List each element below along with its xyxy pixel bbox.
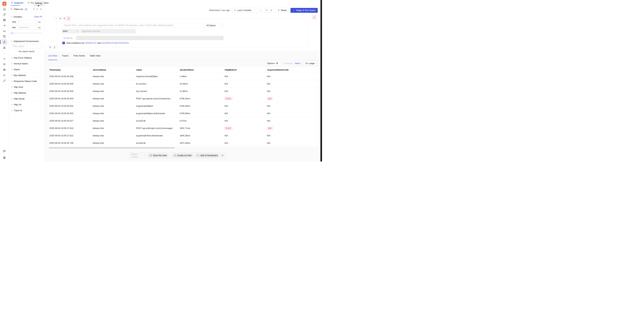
next-page-button[interactable]: Next› (295, 62, 301, 64)
rail-item-settings[interactable]: ⚙ (2, 155, 7, 160)
table-row[interactable]: 2025-09-04 23:05:29.527 inkeep-chat ai.t… (49, 117, 318, 125)
rail-item-integrations[interactable] (2, 45, 7, 50)
query-visibility-button[interactable] (58, 16, 62, 21)
filter-values-input[interactable] (11, 44, 42, 48)
time-range-select[interactable]: Last 2 months (232, 8, 262, 12)
rail-item-infrastructure[interactable] (2, 28, 7, 34)
duration-max-input[interactable] (17, 26, 37, 30)
duration-header[interactable]: Duration Clear All (11, 15, 42, 18)
cell-httpmethod: N/A (222, 75, 265, 78)
refresh-button[interactable] (264, 8, 269, 12)
horizontal-scrollbar[interactable] (49, 148, 175, 148)
previous-page-button[interactable]: ‹Previous (282, 62, 293, 64)
filter-item-rpc-method[interactable]: Rpc Method (8, 72, 44, 78)
filter-item-http-method[interactable]: Http Method (8, 90, 44, 96)
filters-query-chip[interactable]: A (24, 8, 28, 11)
table-row[interactable]: 2025-09-04 23:05:29.535 inkeep-chat tls.… (49, 80, 318, 88)
table-row[interactable]: 2025-09-04 23:05:34.296 inkeep-chat resp… (49, 73, 318, 80)
info-button[interactable] (221, 154, 224, 157)
column-header-responsestatuscode[interactable]: responseStatusCode (265, 67, 318, 73)
add-formula-button[interactable]: Σ (52, 45, 57, 50)
filter-item-http-route[interactable]: Http Route (8, 96, 44, 102)
stage-run-query-button[interactable]: Stage & Run Query (290, 8, 318, 13)
table-row[interactable]: 2025-09-04 23:05:29.532 inkeep-chat ai.g… (49, 110, 318, 117)
share-button[interactable]: Share (275, 8, 289, 12)
table-row[interactable]: 2025-09-04 23:05:25.745 inkeep-chat ai.t… (49, 140, 318, 147)
save-view-button[interactable]: Save this view (148, 154, 168, 158)
filter-item-response-status-code[interactable]: Response Status Code (8, 78, 44, 84)
rail-item-support[interactable] (2, 148, 7, 154)
table-row[interactable]: 2025-09-04 23:05:29.532 inkeep-chat ai.g… (49, 102, 318, 110)
filter-item-http-host[interactable]: Http Host (8, 84, 44, 90)
filter-item-trace-id[interactable]: Trace Id (8, 108, 44, 114)
chevron-down-icon (11, 40, 12, 42)
filter-item-name[interactable]: Name (8, 67, 44, 72)
rail-item-home[interactable] (2, 6, 7, 12)
span-scope-select[interactable]: All Spans (204, 23, 224, 28)
rail-item-messaging[interactable] (2, 23, 7, 28)
query-label-chip[interactable]: A (66, 16, 71, 21)
table-row[interactable]: 2025-09-04 23:05:27.624 inkeep-chat POST… (49, 125, 318, 132)
filters-refresh-button[interactable] (33, 8, 35, 10)
tab-explorer[interactable]: Explorer (11, 2, 24, 4)
rail-item-logs[interactable] (2, 34, 7, 39)
tab-table-view[interactable]: Table View (90, 51, 100, 60)
filters-collapse-button[interactable] (36, 8, 38, 10)
add-condition-button[interactable]: + (62, 42, 65, 44)
rail-item-exceptions[interactable] (2, 61, 7, 67)
query-duplicate-button[interactable] (62, 16, 67, 21)
aggregation-interval-link[interactable]: AGGREGATION INTERVAL (102, 42, 129, 44)
table-row[interactable]: 2025-09-04 23:05:29.535 inkeep-chat tcp.… (49, 88, 318, 95)
rail-item-api-monitoring[interactable] (2, 72, 7, 78)
rail-item-alerts[interactable] (2, 12, 7, 17)
duration-title: Duration (14, 16, 22, 18)
group-by-row: Group by (63, 36, 224, 40)
column-header-timestamp[interactable]: Timestamp (49, 67, 90, 73)
rail-item-pipelines[interactable] (2, 78, 7, 83)
rail-item-explore[interactable] (2, 67, 7, 72)
duration-slider[interactable] (11, 31, 42, 35)
tab-time-series[interactable]: Time Series (73, 51, 85, 60)
aggregate-operator-select[interactable]: NOOP (62, 29, 80, 34)
rail-item-more[interactable] (2, 50, 7, 56)
cell-timestamp: 2025-09-04 23:05:34.296 (49, 75, 90, 78)
rail-item-dashboards[interactable] (2, 17, 7, 23)
options-button[interactable]: Options ⚙ (265, 61, 280, 66)
sigma-icon: Σ (54, 46, 55, 49)
signoz-logo[interactable] (2, 2, 6, 6)
slider-handle[interactable] (11, 32, 13, 34)
slider-track (11, 33, 42, 34)
query-a-chip-right[interactable]: A (312, 15, 316, 20)
query-collapse-button[interactable] (54, 16, 58, 21)
page-size-select[interactable]: 10 / page (304, 61, 319, 66)
rail-item-metrics[interactable] (2, 56, 7, 61)
filters-settings-button[interactable] (40, 8, 42, 10)
deployment-environment-header[interactable]: Deployment Environment (11, 39, 42, 43)
column-header-servicename[interactable]: serviceName (90, 67, 134, 73)
column-header-httpmethod[interactable]: httpMethod (222, 67, 265, 73)
search-filter-input[interactable] (62, 23, 204, 28)
add-query-button[interactable] (48, 45, 52, 50)
filter-item-has-error[interactable]: Has Error (Status) (8, 55, 44, 61)
refresh-interval-button[interactable]: ▼ (269, 8, 274, 12)
aggregate-attribute-input[interactable]: Aggregate attribute (80, 29, 136, 34)
duration-min-input[interactable] (17, 20, 37, 24)
create-alert-button[interactable]: Create an Alert (172, 154, 193, 158)
group-by-select[interactable] (76, 36, 224, 40)
column-header-durationnano[interactable]: durationNano (177, 67, 222, 73)
table-row[interactable]: 2025-09-04 23:05:27.622 inkeep-chat ai.g… (49, 132, 318, 140)
chevron-right-icon (11, 104, 12, 105)
add-to-dashboard-button[interactable]: Add to Dashboard (195, 154, 220, 158)
filter-item-http-url[interactable]: Http Url (8, 102, 44, 108)
tab-list-view[interactable]: List View (48, 51, 57, 60)
select-view-dropdown[interactable]: Select a view (131, 153, 146, 158)
column-header-name[interactable]: name (134, 67, 177, 73)
tab-traces[interactable]: Traces (62, 51, 68, 60)
signoz-logo-icon (3, 2, 6, 5)
rail-item-traces-active[interactable] (2, 39, 7, 45)
filter-item-service-name[interactable]: Service Name (8, 61, 44, 67)
clear-all-link[interactable]: Clear All (34, 16, 42, 18)
order-by-link[interactable]: ORDER BY (85, 42, 96, 44)
table-row[interactable]: 2025-09-04 23:05:29.534 inkeep-chat POST… (49, 95, 318, 102)
filter-item-label: Name (14, 68, 20, 71)
